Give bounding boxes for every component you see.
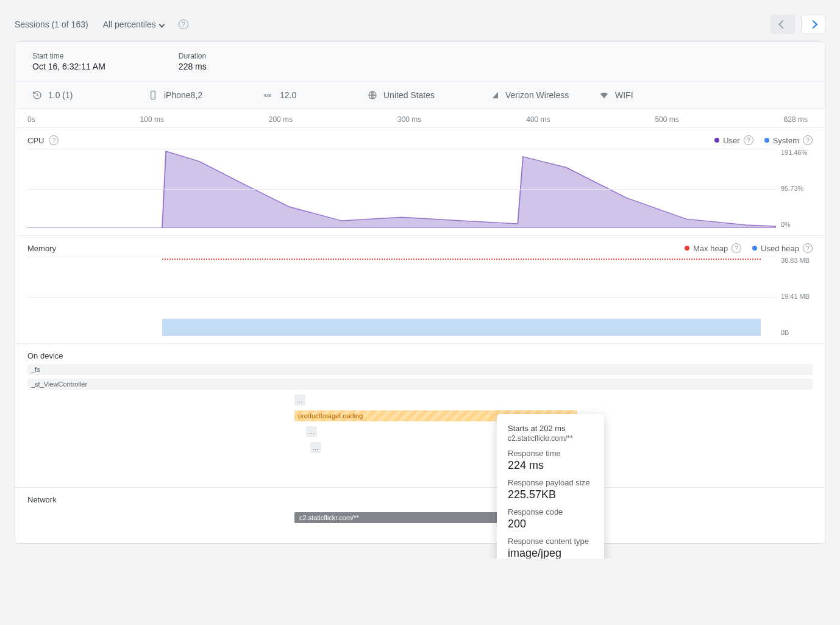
meta-connection: WIFI (599, 90, 633, 100)
session-meta-row: 1.0 (1) iPhone8,2 iOS 12.0 United States… (15, 82, 825, 109)
mem-y-top: 38.83 MB (781, 257, 813, 264)
dot-icon (752, 246, 757, 251)
used-heap-area (162, 319, 761, 336)
trace-segment[interactable]: ... (294, 395, 305, 405)
topbar: Sessions (1 of 163) All percentiles ? (15, 15, 825, 34)
tooltip-response-time-value: 224 ms (508, 459, 593, 472)
svg-text:iOS: iOS (264, 93, 271, 98)
cpu-y-bot: 0% (781, 221, 813, 228)
legend-user: User? (714, 135, 753, 145)
tooltip-payload-value: 225.57KB (508, 488, 593, 501)
help-icon[interactable]: ? (731, 243, 741, 253)
tooltip-type-value: image/jpeg (508, 547, 593, 559)
help-icon[interactable]: ? (179, 20, 188, 29)
meta-country: United States (368, 90, 483, 100)
signal-icon (489, 90, 499, 100)
chevron-down-icon (158, 21, 165, 27)
network-tooltip: Starts at 202 ms c2.staticflickr.com/** … (497, 414, 604, 559)
session-card: Start time Oct 16, 6:32:11 AM Duration 2… (15, 41, 825, 544)
meta-version: 1.0 (1) (32, 90, 142, 100)
meta-device-value: iPhone8,2 (164, 90, 202, 100)
tooltip-code-value: 200 (508, 518, 593, 530)
tick: 100 ms (140, 115, 164, 124)
chevron-left-icon (778, 20, 787, 29)
memory-title: Memory (27, 244, 56, 253)
trace-segment[interactable]: ... (310, 442, 321, 453)
memory-panel: Memory Max heap? Used heap? 38.83 MB 19.… (15, 236, 825, 344)
timeline-axis: 0s 100 ms 200 ms 300 ms 400 ms 500 ms 62… (15, 109, 825, 128)
cpu-y-mid: 95.73% (781, 185, 813, 192)
history-icon (32, 90, 42, 100)
tick: 300 ms (397, 115, 421, 124)
tooltip-response-time-label: Response time (508, 449, 593, 458)
trace-row-viewcontroller[interactable]: _st_ViewController (27, 379, 813, 390)
help-icon[interactable]: ? (803, 243, 813, 253)
legend-max-heap: Max heap? (685, 243, 741, 253)
sessions-counter: Sessions (1 of 163) (15, 20, 88, 29)
dot-icon (764, 138, 769, 143)
dot-icon (714, 138, 719, 143)
cpu-panel: CPU ? User? System? 191.46% 95.73% 0% (15, 128, 825, 236)
meta-country-value: United States (383, 90, 435, 100)
help-icon[interactable]: ? (744, 135, 753, 145)
memory-chart[interactable] (27, 257, 776, 336)
wifi-icon (599, 90, 609, 100)
globe-icon (368, 90, 377, 100)
start-time-value: Oct 16, 6:32:11 AM (32, 62, 105, 71)
tick: 200 ms (269, 115, 293, 124)
tooltip-host: c2.staticflickr.com/** (508, 434, 593, 443)
mem-y-bot: 0B (781, 329, 813, 336)
meta-version-value: 1.0 (1) (48, 90, 73, 100)
ondevice-panel: On device _fs _st_ViewController ... pro… (15, 344, 825, 488)
meta-device: iPhone8,2 (148, 90, 258, 100)
tick: 500 ms (655, 115, 678, 124)
network-panel: Network c2.staticflickr.com/** (15, 488, 825, 543)
meta-carrier: Verizon Wireless (489, 90, 593, 100)
legend-system: System? (764, 135, 813, 145)
phone-icon (148, 90, 158, 100)
tooltip-type-label: Response content type (508, 537, 593, 546)
legend-used-heap: Used heap? (752, 243, 813, 253)
meta-carrier-value: Verizon Wireless (505, 90, 569, 100)
next-session-button[interactable] (801, 15, 825, 34)
mem-y-mid: 19.41 MB (781, 293, 813, 300)
help-icon[interactable]: ? (803, 135, 813, 145)
trace-segment[interactable]: ... (306, 426, 317, 437)
meta-os-value: 12.0 (280, 90, 296, 100)
tooltip-code-label: Response code (508, 507, 593, 516)
network-title: Network (27, 495, 57, 504)
duration-value: 228 ms (179, 62, 207, 71)
session-header: Start time Oct 16, 6:32:11 AM Duration 2… (15, 42, 825, 82)
cpu-chart[interactable] (27, 149, 776, 228)
percentile-dropdown[interactable]: All percentiles (103, 20, 164, 29)
max-heap-line (162, 259, 761, 260)
ios-icon: iOS (264, 90, 274, 100)
duration-label: Duration (179, 52, 207, 60)
tick: 400 ms (526, 115, 550, 124)
meta-connection-value: WIFI (615, 90, 633, 100)
ondevice-title: On device (27, 351, 63, 360)
tooltip-payload-label: Response payload size (508, 478, 593, 487)
percentile-label: All percentiles (103, 20, 156, 29)
help-icon[interactable]: ? (49, 135, 59, 145)
dot-icon (685, 246, 689, 251)
tick: 628 ms (784, 115, 808, 124)
chevron-right-icon (809, 20, 817, 29)
prev-session-button[interactable] (771, 15, 795, 34)
start-time-label: Start time (32, 52, 105, 60)
trace-row-fs[interactable]: _fs (27, 364, 813, 375)
meta-os: iOS 12.0 (264, 90, 361, 100)
cpu-y-top: 191.46% (781, 149, 813, 156)
tick: 0s (27, 115, 35, 124)
tooltip-starts-at: Starts at 202 ms (508, 424, 593, 433)
cpu-title: CPU (27, 136, 44, 145)
